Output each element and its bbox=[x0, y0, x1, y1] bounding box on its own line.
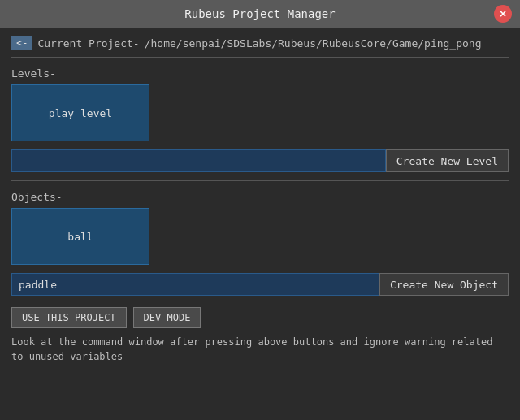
back-button[interactable]: <- bbox=[11, 36, 32, 50]
list-item[interactable]: ball bbox=[11, 208, 150, 265]
object-name: ball bbox=[67, 231, 93, 243]
dev-mode-button[interactable]: DEV MODE bbox=[133, 307, 202, 328]
objects-items-container: ball bbox=[11, 208, 509, 265]
levels-section-label: Levels- bbox=[11, 67, 509, 80]
divider-1 bbox=[11, 57, 509, 58]
info-text: Look at the command window after pressin… bbox=[11, 335, 509, 364]
use-project-button[interactable]: USE THIS PROJECT bbox=[11, 307, 127, 328]
create-level-button[interactable]: Create New Level bbox=[386, 149, 509, 172]
divider-2 bbox=[11, 180, 509, 181]
levels-input-row: Create New Level bbox=[11, 149, 509, 172]
list-item[interactable]: play_level bbox=[11, 84, 150, 141]
project-path: /home/senpai/SDSLabs/Rubeus/RubeusCore/G… bbox=[145, 37, 482, 50]
main-window: Rubeus Project Manager × <- Current Proj… bbox=[0, 0, 520, 420]
current-project-label: Current Project- bbox=[37, 37, 139, 50]
bottom-actions: USE THIS PROJECT DEV MODE bbox=[11, 307, 509, 328]
close-button[interactable]: × bbox=[494, 5, 512, 23]
title-bar: Rubeus Project Manager × bbox=[0, 0, 520, 28]
content-area: <- Current Project- /home/senpai/SDSLabs… bbox=[0, 28, 520, 420]
level-name: play_level bbox=[49, 107, 112, 119]
objects-section-label: Objects- bbox=[11, 191, 509, 203]
new-level-input[interactable] bbox=[11, 149, 386, 172]
window-title: Rubeus Project Manager bbox=[184, 7, 335, 20]
create-object-button[interactable]: Create New Object bbox=[379, 273, 509, 296]
objects-input-row: Create New Object bbox=[11, 273, 509, 296]
levels-items-container: play_level bbox=[11, 84, 509, 141]
new-object-input[interactable] bbox=[11, 273, 379, 296]
current-project-bar: <- Current Project- /home/senpai/SDSLabs… bbox=[11, 36, 509, 50]
